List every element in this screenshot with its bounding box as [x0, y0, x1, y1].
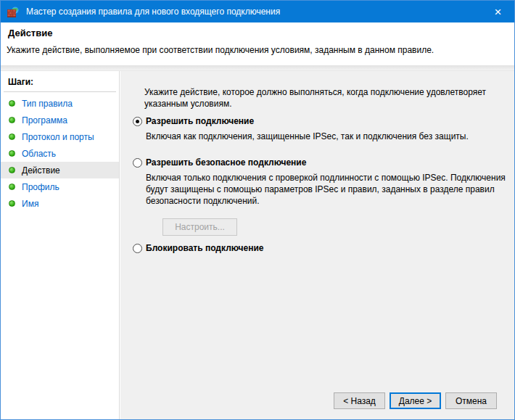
window-title: Мастер создания правила для нового входя… [26, 7, 280, 17]
wizard-header: Действие Укажите действие, выполняемое п… [1, 22, 514, 65]
radio-block-connection[interactable] [133, 244, 142, 253]
steps-sidebar: Шаги: Тип правила Программа Протокол и п… [1, 71, 120, 419]
sidebar-item-label: Профиль [22, 182, 59, 192]
allow-connection-description: Включая как подключения, защищенные IPSe… [146, 131, 508, 142]
sidebar-item-label: Протокол и порты [22, 132, 94, 142]
firewall-icon [7, 7, 20, 17]
sidebar-item-label: Имя [22, 199, 38, 209]
sidebar-item-label: Программа [22, 115, 67, 125]
step-dot-icon [9, 184, 15, 190]
sidebar-item-profile[interactable]: Профиль [1, 178, 119, 195]
footer-buttons: < Назад Далее > Отмена [334, 392, 497, 409]
step-dot-icon [9, 117, 15, 123]
configure-button[interactable]: Настроить... [162, 218, 237, 236]
content-pane: Укажите действие, которое должно выполня… [120, 71, 514, 419]
sidebar-item-name[interactable]: Имя [1, 195, 119, 212]
wizard-window: Мастер создания правила для нового входя… [0, 0, 515, 420]
allow-secure-connection-description: Включая только подключения с проверкой п… [146, 172, 506, 207]
body-top-strip [1, 65, 514, 71]
radio-allow-secure-connection[interactable] [133, 158, 142, 168]
sidebar-item-action[interactable]: Действие [1, 162, 119, 178]
step-dot-icon [9, 200, 15, 207]
steps-divider [4, 91, 116, 92]
wizard-body: Шаги: Тип правила Программа Протокол и п… [1, 65, 514, 419]
sidebar-item-program[interactable]: Программа [1, 112, 119, 128]
step-dot-icon [9, 167, 15, 173]
sidebar-item-protocol-ports[interactable]: Протокол и порты [1, 128, 119, 145]
step-dot-icon [9, 133, 15, 140]
sidebar-item-label: Тип правила [22, 99, 73, 109]
cancel-button[interactable]: Отмена [445, 392, 497, 409]
intro-text: Укажите действие, которое должно выполня… [144, 86, 511, 110]
sidebar-item-rule-type[interactable]: Тип правила [1, 95, 119, 112]
sidebar-item-scope[interactable]: Область [1, 145, 119, 162]
back-button[interactable]: < Назад [334, 392, 385, 409]
steps-heading: Шаги: [1, 71, 119, 91]
step-dot-icon [9, 150, 15, 157]
radio-allow-secure-connection-label[interactable]: Разрешить безопасное подключение [146, 157, 306, 168]
sidebar-item-label: Область [22, 149, 56, 159]
radio-allow-connection-label[interactable]: Разрешить подключение [146, 116, 254, 126]
radio-allow-connection[interactable] [133, 117, 142, 126]
page-subtitle: Укажите действие, выполняемое при соотве… [7, 45, 434, 55]
sidebar-item-label: Действие [22, 165, 60, 176]
step-dot-icon [9, 100, 15, 107]
titlebar: Мастер создания правила для нового входя… [1, 1, 514, 22]
radio-block-connection-label[interactable]: Блокировать подключение [146, 243, 264, 253]
page-title: Действие [8, 28, 52, 38]
next-button[interactable]: Далее > [390, 392, 441, 409]
close-icon[interactable]: × [482, 1, 514, 22]
